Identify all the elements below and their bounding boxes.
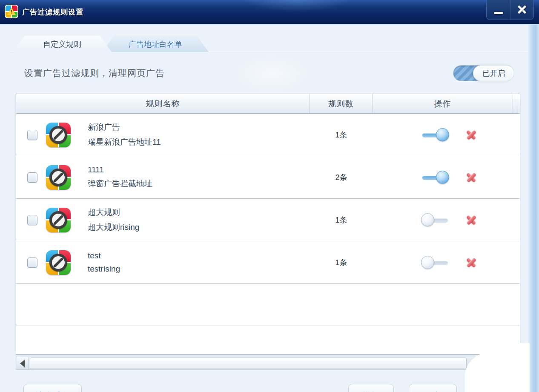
left-arrow-icon bbox=[20, 360, 25, 367]
titlebar-separator bbox=[0, 24, 539, 26]
delete-button[interactable] bbox=[465, 214, 477, 226]
column-header-end bbox=[517, 94, 520, 113]
no-entry-icon bbox=[49, 169, 67, 186]
rule-toggle[interactable] bbox=[421, 213, 449, 227]
rule-toggle[interactable] bbox=[421, 128, 449, 142]
rule-name: 1111 bbox=[88, 165, 152, 175]
column-header-rule-count: 规则数 bbox=[310, 94, 373, 113]
row-checkbox[interactable] bbox=[27, 130, 37, 140]
delete-x-icon bbox=[465, 129, 477, 141]
rule-detail: 弹窗广告拦截地址 bbox=[88, 178, 152, 189]
rule-count: 2条 bbox=[310, 172, 373, 183]
rule-name: 新浪广告 bbox=[88, 122, 161, 133]
window-controls bbox=[486, 0, 534, 20]
no-entry-icon bbox=[49, 254, 67, 272]
scrollbar-thumb[interactable] bbox=[30, 358, 467, 369]
panel-header: 设置广告过滤规则，清理网页广告 已开启 bbox=[24, 63, 514, 83]
delete-x-icon bbox=[465, 214, 477, 226]
minimize-button[interactable] bbox=[487, 0, 510, 20]
table-row: test testrising 1条 bbox=[16, 241, 520, 284]
clear-cache-button[interactable]: 清除缓存 bbox=[23, 384, 82, 392]
rule-name: 超大规则 bbox=[88, 207, 139, 218]
no-entry-icon bbox=[49, 211, 67, 229]
no-entry-icon bbox=[49, 126, 67, 144]
delete-button[interactable] bbox=[465, 257, 477, 269]
rules-table: 规则名称 规则数 操作 新浪广告 瑞星新浪广告地址11 1条 bbox=[16, 94, 520, 355]
column-header-operation: 操作 bbox=[373, 94, 513, 113]
ad-block-icon bbox=[46, 165, 71, 190]
rule-count: 1条 bbox=[310, 258, 373, 268]
table-row: 超大规则 超大规则rising 1条 bbox=[16, 199, 520, 241]
horizontal-scrollbar[interactable] bbox=[16, 357, 520, 370]
master-toggle[interactable]: 已开启 bbox=[453, 65, 514, 81]
delete-button[interactable] bbox=[465, 129, 477, 141]
ad-filter-settings-window: 广告过滤规则设置 自定义规则 广告地址白名单 设置广告过滤规则，清理网页广告 已… bbox=[0, 0, 539, 392]
column-header-rule-name: 规则名称 bbox=[16, 94, 310, 113]
close-button[interactable] bbox=[510, 0, 533, 20]
tab-ad-whitelist[interactable]: 广告地址白名单 bbox=[102, 36, 209, 52]
ad-block-icon bbox=[46, 250, 71, 275]
ad-block-icon bbox=[46, 123, 71, 147]
rule-detail: 瑞星新浪广告地址11 bbox=[88, 137, 161, 148]
tab-custom-rules[interactable]: 自定义规则 bbox=[13, 36, 112, 52]
rule-detail: 超大规则rising bbox=[88, 222, 139, 233]
window-title: 广告过滤规则设置 bbox=[22, 7, 83, 17]
tab-bar: 自定义规则 广告地址白名单 bbox=[13, 36, 209, 52]
export-button[interactable]: 导出 bbox=[409, 384, 457, 392]
rule-toggle[interactable] bbox=[421, 256, 449, 269]
table-row: 新浪广告 瑞星新浪广告地址11 1条 bbox=[16, 114, 520, 156]
window-right-edge bbox=[528, 25, 539, 392]
app-icon bbox=[5, 5, 18, 18]
panel-description: 设置广告过滤规则，清理网页广告 bbox=[24, 67, 165, 79]
close-icon bbox=[516, 4, 528, 15]
rule-toggle[interactable] bbox=[421, 171, 449, 184]
minimize-icon bbox=[494, 12, 503, 14]
delete-x-icon bbox=[465, 257, 477, 269]
empty-row bbox=[16, 284, 520, 326]
delete-x-icon bbox=[465, 172, 477, 183]
row-checkbox[interactable] bbox=[27, 172, 37, 183]
scroll-left-button[interactable] bbox=[16, 357, 29, 369]
table-header: 规则名称 规则数 操作 bbox=[16, 94, 520, 114]
ad-block-icon bbox=[46, 208, 71, 232]
rule-name: test bbox=[88, 251, 120, 260]
titlebar: 广告过滤规则设置 bbox=[0, 0, 539, 24]
empty-row bbox=[16, 326, 520, 354]
master-toggle-label: 已开启 bbox=[473, 65, 514, 81]
row-checkbox[interactable] bbox=[27, 215, 37, 225]
delete-button[interactable] bbox=[465, 172, 477, 183]
table-row: 1111 弹窗广告拦截地址 2条 bbox=[16, 156, 520, 199]
rule-count: 1条 bbox=[310, 130, 373, 140]
column-header-spacer bbox=[513, 94, 517, 113]
rule-detail: testrising bbox=[88, 264, 120, 274]
row-checkbox[interactable] bbox=[27, 258, 37, 268]
add-button[interactable]: 增加 bbox=[348, 384, 394, 392]
rule-count: 1条 bbox=[310, 215, 373, 225]
